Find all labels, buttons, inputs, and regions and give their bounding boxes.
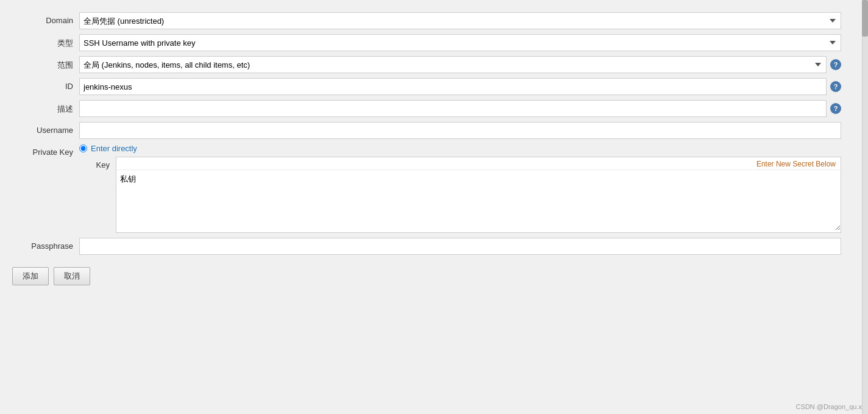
private-key-row: Private Key Enter directly Key Enter New… — [12, 144, 841, 233]
type-label: 类型 — [12, 34, 79, 49]
description-label: 描述 — [12, 100, 79, 115]
private-key-section: Enter directly Key Enter New Secret Belo… — [79, 144, 841, 233]
scrollbar-thumb[interactable] — [862, 0, 868, 37]
key-textarea-wrapper: Enter New Secret Below — [116, 157, 841, 233]
description-field: ? — [79, 100, 841, 117]
scrollbar[interactable] — [862, 0, 868, 414]
domain-label: Domain — [12, 12, 79, 25]
key-secret-hint: Enter New Secret Below — [116, 157, 841, 170]
passphrase-row: Passphrase — [12, 238, 841, 255]
watermark: CSDN @Dragon_qu.x — [796, 403, 862, 410]
passphrase-field — [79, 238, 841, 255]
id-field: ? — [79, 78, 841, 95]
type-select[interactable]: SSH Username with private key — [79, 34, 841, 51]
page-wrapper: Domain 全局凭据 (unrestricted) 类型 SSH Userna… — [0, 0, 868, 304]
add-button[interactable]: 添加 — [12, 267, 49, 285]
username-row: Username — [12, 122, 841, 139]
scope-select[interactable]: 全局 (Jenkins, nodes, items, all child ite… — [79, 56, 827, 73]
username-label: Username — [12, 122, 79, 135]
private-key-label: Private Key — [12, 144, 79, 157]
scope-field: 全局 (Jenkins, nodes, items, all child ite… — [79, 56, 841, 73]
type-field: SSH Username with private key — [79, 34, 841, 51]
enter-directly-label: Enter directly — [91, 144, 137, 153]
id-input[interactable] — [79, 78, 827, 95]
id-help-icon[interactable]: ? — [830, 81, 841, 92]
passphrase-input[interactable] — [79, 238, 841, 255]
type-row: 类型 SSH Username with private key — [12, 34, 841, 51]
description-input[interactable] — [79, 100, 827, 117]
scope-row: 范围 全局 (Jenkins, nodes, items, all child … — [12, 56, 841, 73]
passphrase-label: Passphrase — [12, 238, 79, 251]
domain-select[interactable]: 全局凭据 (unrestricted) — [79, 12, 841, 29]
scope-help-icon[interactable]: ? — [830, 59, 841, 70]
key-textarea[interactable] — [116, 170, 841, 230]
id-label: ID — [12, 78, 79, 91]
key-row: Key Enter New Secret Below — [79, 157, 841, 233]
description-help-icon[interactable]: ? — [830, 103, 841, 114]
radio-row: Enter directly — [79, 144, 841, 153]
username-field — [79, 122, 841, 139]
domain-row: Domain 全局凭据 (unrestricted) — [12, 12, 841, 29]
description-row: 描述 ? — [12, 100, 841, 117]
button-row: 添加 取消 — [12, 267, 841, 285]
form-container: Domain 全局凭据 (unrestricted) 类型 SSH Userna… — [0, 6, 853, 298]
username-input[interactable] — [79, 122, 841, 139]
scope-label: 范围 — [12, 56, 79, 71]
cancel-button[interactable]: 取消 — [54, 267, 90, 285]
key-label: Key — [79, 157, 116, 170]
enter-directly-radio[interactable] — [79, 145, 87, 152]
id-row: ID ? — [12, 78, 841, 95]
domain-field: 全局凭据 (unrestricted) — [79, 12, 841, 29]
